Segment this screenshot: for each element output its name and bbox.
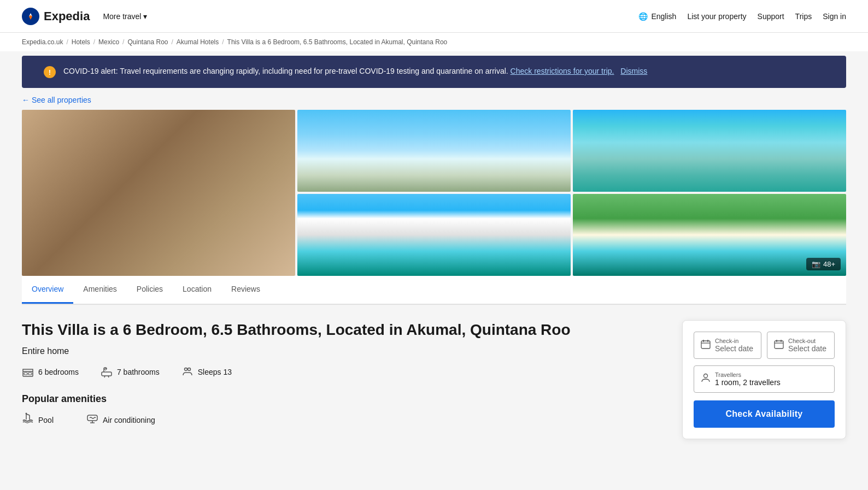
property-type: Entire home <box>22 346 669 356</box>
breadcrumb-item[interactable]: Quintana Roo <box>127 38 168 46</box>
pool-text: Pool <box>38 416 54 424</box>
travellers-label: Travellers <box>715 371 781 378</box>
header-nav: 🌐 English List your property Support Tri… <box>638 12 846 21</box>
svg-rect-2 <box>24 373 27 375</box>
property-title: This Villa is a 6 Bedroom, 6.5 Bathrooms… <box>22 320 669 340</box>
ac-text: Air conditioning <box>103 416 155 424</box>
tab-amenities[interactable]: Amenities <box>73 276 126 304</box>
checkout-field[interactable]: Check-out Select date <box>767 332 835 359</box>
feature-bedrooms: 6 bedrooms <box>22 366 79 378</box>
more-travel-button[interactable]: More travel ▾ <box>103 12 147 21</box>
covid-alert-banner: ! COVID-19 alert: Travel requirements ar… <box>22 56 846 88</box>
tab-policies[interactable]: Policies <box>127 276 173 304</box>
amenity-pool: Pool <box>22 412 54 427</box>
checkout-field-content: Check-out Select date <box>788 338 826 353</box>
camera-icon: 📷 <box>812 260 820 268</box>
trips-link[interactable]: Trips <box>795 12 812 21</box>
bathrooms-icon <box>101 366 113 378</box>
feature-sleeps: Sleeps 13 <box>181 366 232 378</box>
photo-cell-2[interactable] <box>573 110 846 192</box>
dismiss-alert-link[interactable]: Dismiss <box>620 67 647 75</box>
globe-icon: 🌐 <box>638 12 648 21</box>
breadcrumb-separator: / <box>222 38 224 46</box>
chevron-icon: ▾ <box>143 12 147 21</box>
breadcrumb-separator: / <box>93 38 95 46</box>
tab-location[interactable]: Location <box>173 276 221 304</box>
photo-main[interactable] <box>22 110 295 276</box>
breadcrumb-current: This Villa is a 6 Bedroom, 6.5 Bathrooms… <box>227 38 448 46</box>
amenities-title: Popular amenities <box>22 393 669 405</box>
travellers-value: 1 room, 2 travellers <box>715 378 781 387</box>
property-info: This Villa is a 6 Bedroom, 6.5 Bathrooms… <box>22 320 669 427</box>
checkin-calendar-icon <box>701 339 711 351</box>
main-content: This Villa is a 6 Bedroom, 6.5 Bathrooms… <box>0 305 868 454</box>
checkin-field[interactable]: Check-in Select date <box>694 332 761 359</box>
check-restrictions-link[interactable]: Check restrictions for your trip. <box>511 67 614 75</box>
checkout-calendar-icon <box>774 339 784 351</box>
check-availability-button[interactable]: Check Availability <box>694 400 835 428</box>
svg-rect-3 <box>28 373 32 375</box>
svg-rect-19 <box>775 341 783 349</box>
checkout-label: Check-out <box>788 338 826 344</box>
bedrooms-icon <box>22 366 34 378</box>
sleeps-icon <box>181 366 193 378</box>
tab-reviews[interactable]: Reviews <box>221 276 270 304</box>
alert-text: COVID-19 alert: Travel requirements are … <box>63 66 647 77</box>
ac-icon <box>86 412 98 427</box>
photo-count-badge: 📷 48+ <box>806 258 841 270</box>
breadcrumb-item[interactable]: Expedia.co.uk <box>22 38 63 46</box>
property-nav-tabs: Overview Amenities Policies Location Rev… <box>22 276 846 304</box>
amenities-list: Pool Air conditioning <box>22 412 669 427</box>
date-row: Check-in Select date Check-out Select da… <box>694 332 835 359</box>
booking-panel: Check-in Select date Check-out Select da… <box>682 320 846 439</box>
checkin-field-content: Check-in Select date <box>715 338 753 353</box>
breadcrumb-separator: / <box>172 38 173 46</box>
sleeps-text: Sleeps 13 <box>198 368 232 376</box>
bedrooms-text: 6 bedrooms <box>38 368 79 376</box>
breadcrumb-item[interactable]: Akumal Hotels <box>177 38 219 46</box>
travellers-field[interactable]: Travellers 1 room, 2 travellers <box>694 365 835 393</box>
amenity-ac: Air conditioning <box>86 412 155 427</box>
photo-gallery[interactable]: 📷 48+ <box>22 110 846 276</box>
travellers-content: Travellers 1 room, 2 travellers <box>715 371 781 387</box>
svg-point-23 <box>704 374 708 378</box>
svg-rect-1 <box>23 371 33 376</box>
breadcrumb-separator: / <box>66 38 68 46</box>
breadcrumb-separator: / <box>122 38 124 46</box>
person-icon <box>701 373 711 385</box>
logo-icon <box>22 8 39 25</box>
svg-point-6 <box>184 368 187 371</box>
breadcrumb-item[interactable]: Hotels <box>72 38 90 46</box>
svg-point-5 <box>104 369 106 370</box>
language-selector[interactable]: 🌐 English <box>638 12 676 21</box>
checkin-value: Select date <box>715 344 753 353</box>
warning-icon: ! <box>44 66 56 78</box>
logo[interactable]: Expedia <box>22 8 90 25</box>
header: Expedia More travel ▾ 🌐 English List you… <box>0 0 868 33</box>
svg-line-10 <box>26 414 30 415</box>
svg-rect-4 <box>102 372 112 376</box>
bathrooms-text: 7 bathrooms <box>117 368 160 376</box>
checkin-label: Check-in <box>715 338 753 344</box>
see-all-properties-link[interactable]: ← See all properties <box>0 88 868 108</box>
photo-cell-3[interactable] <box>297 194 571 276</box>
sign-in-link[interactable]: Sign in <box>823 12 846 21</box>
svg-point-7 <box>187 368 190 371</box>
feature-bathrooms: 7 bathrooms <box>101 366 160 378</box>
property-features: 6 bedrooms 7 bathrooms <box>22 366 669 378</box>
checkout-value: Select date <box>788 344 826 353</box>
svg-point-11 <box>26 413 27 415</box>
breadcrumb-item[interactable]: Mexico <box>98 38 119 46</box>
photo-cell-4[interactable]: 📷 48+ <box>573 194 846 276</box>
pool-icon <box>22 412 34 427</box>
photo-cell-1[interactable] <box>297 110 571 192</box>
breadcrumb: Expedia.co.uk / Hotels / Mexico / Quinta… <box>0 33 868 51</box>
support-link[interactable]: Support <box>758 12 784 21</box>
list-property-link[interactable]: List your property <box>687 12 746 21</box>
tab-overview[interactable]: Overview <box>22 276 73 304</box>
svg-rect-15 <box>701 341 710 349</box>
